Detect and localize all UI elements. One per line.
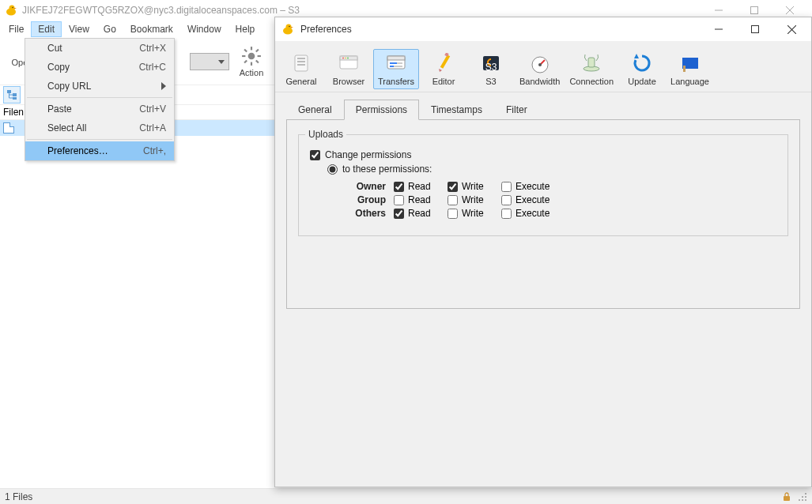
svg-rect-47 bbox=[390, 66, 394, 67]
browser-icon bbox=[337, 52, 361, 74]
perm-cell-group-write: Write bbox=[448, 194, 501, 205]
pref-section-transfers[interactable]: Transfers bbox=[373, 49, 419, 89]
perm-col-label: Write bbox=[462, 181, 484, 192]
svg-rect-59 bbox=[683, 66, 685, 72]
menu-item-copy-url[interactable]: Copy URL bbox=[25, 77, 174, 96]
perm-checkbox-others-execute[interactable] bbox=[501, 209, 512, 219]
svg-text:S3: S3 bbox=[485, 62, 497, 73]
menubar-item-edit[interactable]: Edit bbox=[31, 21, 62, 37]
menubar-item-help[interactable]: Help bbox=[228, 21, 262, 37]
svg-rect-8 bbox=[251, 47, 252, 50]
perm-col-label: Read bbox=[408, 181, 431, 192]
pref-section-update[interactable]: Update bbox=[619, 49, 665, 89]
edit-menu-dropdown: CutCtrl+XCopyCtrl+CCopy URLPasteCtrl+VSe… bbox=[25, 38, 175, 161]
svg-marker-49 bbox=[439, 69, 442, 72]
status-text: 1 Files bbox=[5, 491, 32, 502]
perm-col-label: Read bbox=[408, 194, 431, 205]
svg-rect-35 bbox=[297, 61, 305, 62]
dialog-minimize-button[interactable] bbox=[701, 18, 737, 40]
svg-rect-36 bbox=[297, 64, 305, 66]
resize-grip-icon[interactable] bbox=[798, 492, 807, 502]
pref-section-s3[interactable]: S3S3 bbox=[468, 49, 514, 89]
dialog-maximize-button[interactable] bbox=[737, 18, 773, 40]
svg-point-39 bbox=[342, 57, 344, 58]
tab-general[interactable]: General bbox=[286, 100, 344, 120]
perm-checkbox-group-write[interactable] bbox=[448, 195, 458, 205]
perm-checkbox-owner-write[interactable] bbox=[448, 182, 458, 192]
tab-timestamps[interactable]: Timestamps bbox=[419, 100, 494, 120]
bandwidth-icon bbox=[528, 52, 552, 74]
menu-item-copy[interactable]: CopyCtrl+C bbox=[25, 58, 174, 77]
perm-col-label: Write bbox=[462, 208, 484, 219]
menu-item-label: Select All bbox=[47, 122, 86, 134]
svg-point-23 bbox=[799, 499, 800, 501]
perm-cell-group-execute: Execute bbox=[501, 194, 555, 205]
svg-rect-30 bbox=[752, 26, 759, 33]
svg-rect-4 bbox=[750, 7, 757, 14]
svg-rect-48 bbox=[440, 55, 450, 69]
pref-section-bandwidth[interactable]: Bandwidth bbox=[516, 49, 564, 89]
menubar-item-go[interactable]: Go bbox=[96, 21, 123, 37]
menu-item-label: Paste bbox=[47, 103, 72, 115]
pref-section-general[interactable]: General bbox=[278, 49, 324, 89]
menu-item-preferences[interactable]: Preferences…Ctrl+, bbox=[25, 141, 174, 160]
perm-cell-others-execute: Execute bbox=[501, 208, 555, 219]
location-tree-button[interactable] bbox=[3, 86, 21, 103]
svg-point-27 bbox=[286, 24, 292, 30]
tab-filter[interactable]: Filter bbox=[494, 100, 539, 120]
svg-rect-11 bbox=[258, 55, 261, 56]
connection-icon bbox=[580, 52, 603, 74]
svg-rect-18 bbox=[13, 97, 17, 100]
perm-cell-owner-write: Write bbox=[448, 181, 501, 192]
menu-item-cut[interactable]: CutCtrl+X bbox=[25, 39, 174, 58]
chevron-right-icon bbox=[161, 82, 166, 90]
perm-cell-others-write: Write bbox=[448, 208, 501, 219]
pref-section-connection[interactable]: Connection bbox=[565, 49, 617, 89]
svg-point-21 bbox=[802, 496, 803, 498]
file-icon bbox=[3, 122, 14, 134]
tab-strip: GeneralPermissionsTimestampsFilter bbox=[286, 99, 800, 119]
svg-rect-10 bbox=[242, 55, 245, 56]
perm-cell-group-read: Read bbox=[394, 194, 448, 205]
menu-item-paste[interactable]: PasteCtrl+V bbox=[25, 100, 174, 118]
menubar-item-file[interactable]: File bbox=[2, 21, 31, 37]
perm-row-others: OthersReadWriteExecute bbox=[345, 208, 776, 219]
menubar-item-bookmark[interactable]: Bookmark bbox=[123, 21, 180, 37]
change-permissions-label: Change permissions bbox=[325, 149, 411, 160]
gear-icon bbox=[241, 46, 262, 66]
pref-section-language[interactable]: Language bbox=[667, 49, 713, 89]
svg-rect-13 bbox=[255, 59, 259, 63]
perm-checkbox-others-write[interactable] bbox=[448, 209, 458, 219]
perm-checkbox-owner-execute[interactable] bbox=[501, 182, 512, 192]
nav-combo[interactable] bbox=[190, 53, 229, 70]
perm-checkbox-owner-read[interactable] bbox=[394, 182, 404, 192]
change-permissions-checkbox[interactable] bbox=[310, 150, 320, 160]
main-window-title: JIKFEJ72FEGWTQG5RZOX@nyc3.digitaloceansp… bbox=[22, 5, 701, 16]
perm-col-label: Read bbox=[408, 208, 431, 219]
menu-item-shortcut: Ctrl+V bbox=[139, 103, 166, 115]
perm-checkbox-others-read[interactable] bbox=[394, 209, 404, 219]
perm-checkbox-group-execute[interactable] bbox=[501, 195, 512, 205]
s3-icon: S3 bbox=[479, 52, 503, 74]
menubar-item-view[interactable]: View bbox=[62, 21, 96, 37]
perm-col-label: Write bbox=[462, 194, 484, 205]
pref-section-editor[interactable]: Editor bbox=[421, 49, 466, 89]
dialog-title: Preferences bbox=[300, 24, 701, 35]
dialog-close-button[interactable] bbox=[773, 18, 810, 40]
tab-permissions[interactable]: Permissions bbox=[344, 100, 419, 120]
filename-column-header[interactable]: Filen bbox=[3, 107, 24, 118]
perm-checkbox-group-read[interactable] bbox=[394, 195, 404, 205]
menu-item-shortcut: Ctrl+, bbox=[143, 145, 166, 156]
svg-point-20 bbox=[805, 493, 806, 495]
menubar-item-window[interactable]: Window bbox=[180, 21, 228, 37]
action-tool[interactable]: Action bbox=[232, 44, 270, 79]
pref-section-browser[interactable]: Browser bbox=[326, 49, 372, 89]
menu-separator bbox=[27, 97, 172, 98]
menu-item-select-all[interactable]: Select AllCtrl+A bbox=[25, 118, 174, 137]
perm-col-label: Execute bbox=[516, 208, 550, 219]
menu-item-label: Preferences… bbox=[47, 145, 108, 156]
pref-section-label: Transfers bbox=[378, 77, 414, 86]
perm-row-owner: OwnerReadWriteExecute bbox=[345, 181, 776, 192]
to-these-permissions-radio[interactable] bbox=[327, 164, 338, 175]
menu-item-shortcut: Ctrl+X bbox=[139, 43, 166, 54]
